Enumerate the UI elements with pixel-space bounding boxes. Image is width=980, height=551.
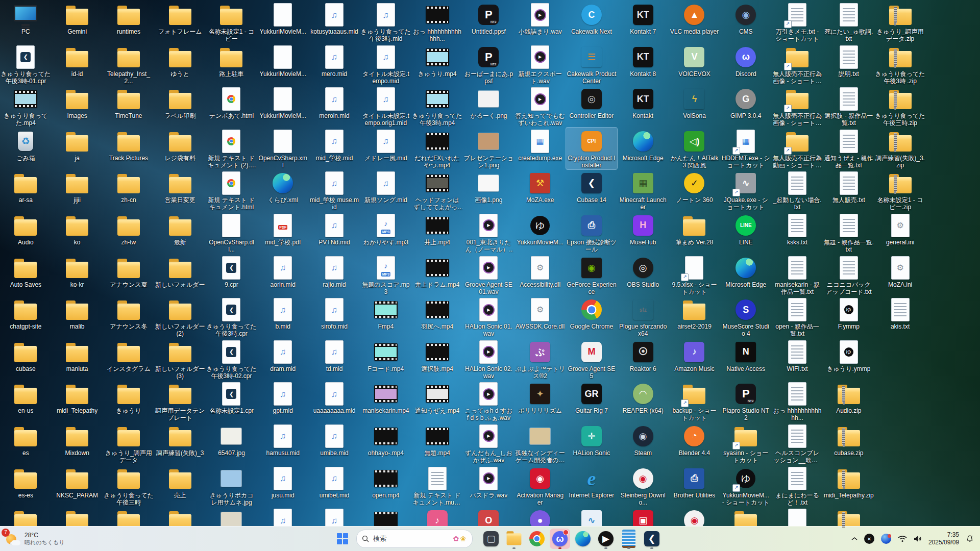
desktop-icon[interactable]: ❮名称未設定1.cpr — [206, 380, 257, 422]
desktop-icon[interactable]: midi_Telepathy — [52, 380, 103, 422]
tray-x-app-icon[interactable]: ✕ — [864, 534, 874, 544]
desktop-icon[interactable]: 新規 テキスト ドキュメント.musicxml — [411, 465, 463, 507]
desktop-icon[interactable]: Microsoft Edge — [720, 254, 772, 296]
desktop-icon[interactable]: PNT2Piapro Studio NT2 — [720, 380, 772, 422]
desktop-icon[interactable]: ラベル印刷 — [154, 85, 206, 128]
desktop-icon[interactable]: Audio — [0, 212, 52, 254]
taskbar-app-notes-app[interactable] — [619, 529, 639, 549]
desktop-icon[interactable]: きゅうり食ってた午後3時 .zip — [874, 43, 926, 86]
desktop-icon[interactable]: manisekarin.mp4 — [360, 380, 411, 422]
desktop-icon[interactable]: ↗無人販売不正行為動画 - ショートカット — [772, 128, 823, 170]
desktop-icon[interactable]: きゅうり_調声用データ — [103, 422, 155, 465]
desktop-icon[interactable] — [103, 507, 155, 528]
desktop-icon[interactable]: 調声練習(失敗)_3 — [154, 422, 206, 465]
desktop-icon[interactable]: ⎙Epson 接続診断ツール — [566, 212, 618, 254]
desktop-icon[interactable]: 選択肢 - 親作品一覧.txt — [823, 85, 874, 128]
desktop-icon[interactable]: NNative Access — [720, 338, 772, 381]
desktop-icon[interactable]: ✓ノートン 360 — [669, 169, 720, 212]
desktop-icon[interactable]: ◠REAPER (x64) — [617, 380, 669, 422]
desktop-icon[interactable]: 新規 テキスト ドキュメント.html — [206, 169, 257, 212]
desktop-icon[interactable]: ▶答え知ってでもむずいわこれ.wav — [514, 85, 566, 128]
desktop-icon[interactable]: ∿↗JQuake.exe - ショートカット — [720, 169, 772, 212]
desktop-icon[interactable]: ゆうと — [154, 43, 206, 86]
taskbar-app-discord[interactable]: ω — [550, 529, 570, 549]
desktop-icon[interactable]: ▶HALion Sonic 02.wav — [463, 338, 514, 381]
desktop-icon[interactable]: ゆYukkuriMovieM... — [514, 212, 566, 254]
desktop-icon[interactable]: ◉ — [669, 507, 720, 528]
desktop-icon[interactable]: ♫きゅうり食ってた午後3時.mid — [360, 1, 411, 43]
desktop-icon[interactable]: ◉CMS — [720, 1, 772, 43]
desktop-icon[interactable]: ヘッドフォンはずしててよがっt.mp4 — [411, 169, 463, 212]
desktop-icon[interactable]: CPICrypton Product Installer — [566, 128, 618, 170]
desktop-icon[interactable]: ❮きゅうり食ってた午後3時-02.cpr — [206, 338, 257, 381]
desktop-icon[interactable]: 説明.txt — [823, 43, 874, 86]
desktop-icon[interactable]: YukkuriMovieM... — [257, 1, 309, 43]
desktop-icon[interactable]: ❮きゅうり食ってた午後3時-01.cpr — [0, 43, 52, 86]
desktop-icon[interactable]: かるーく.png — [463, 85, 514, 128]
desktop-icon[interactable]: ar-sa — [0, 169, 52, 212]
desktop-icon[interactable]: 選択肢.mp4 — [411, 338, 463, 381]
desktop-icon[interactable]: 筆まめ Ver.28 — [669, 212, 720, 254]
desktop-icon[interactable]: 65407.jpg — [206, 422, 257, 465]
desktop-icon[interactable]: ▦createdump.exe — [514, 128, 566, 170]
desktop-icon[interactable]: ♫jusu.mid — [257, 465, 309, 507]
desktop-icon[interactable]: ⚒MoZA.exe — [514, 169, 566, 212]
desktop-icon[interactable]: YukkuriMovieM... — [257, 43, 309, 86]
desktop-icon[interactable]: ♫PVTNd.mid — [309, 212, 360, 254]
desktop-icon[interactable]: ⚙MoZA.ini — [874, 254, 926, 296]
desktop-icon[interactable]: ◔Blender 4.4 — [669, 422, 720, 465]
desktop-icon[interactable]: Auto Saves — [0, 254, 52, 296]
desktop-icon[interactable]: ♫umibet.mid — [309, 465, 360, 507]
desktop-icon[interactable]: KTKontakt — [617, 85, 669, 128]
desktop-icon[interactable]: 画像1.png — [463, 169, 514, 212]
desktop-icon[interactable]: VVOICEVOX — [669, 43, 720, 86]
desktop-icon[interactable]: O — [463, 507, 514, 528]
desktop-icon[interactable]: 新しいフォルダー (2) — [154, 296, 206, 338]
desktop-icon[interactable]: ∿ — [566, 507, 618, 528]
desktop-icon[interactable]: Telepathy_Inst_2... — [103, 43, 155, 86]
desktop-icon[interactable]: ♻ごみ箱 — [0, 128, 52, 170]
wifi-icon[interactable] — [898, 535, 907, 542]
desktop-icon[interactable]: ϟVoiSona — [669, 85, 720, 128]
desktop-icon[interactable]: 売上 — [154, 465, 206, 507]
desktop-icon[interactable]: Images — [52, 85, 103, 128]
desktop-icon[interactable]: ◉GeForce Experience — [566, 254, 618, 296]
weather-widget[interactable]: 7 28°C 晴れのちくもり — [5, 531, 65, 546]
desktop-icon[interactable]: きゅうり食ってた午後三時.zip — [874, 85, 926, 128]
desktop-icon[interactable]: ❮きゅうり食ってた午後3時.cpr — [206, 296, 257, 338]
desktop-icon[interactable]: 新規 テキスト ドキュメント (2).html — [206, 128, 257, 170]
desktop-icon[interactable]: ↗無人販売不正行為画像 - ショートカット — [772, 85, 823, 128]
desktop-icon[interactable]: Microsoft Edge — [617, 128, 669, 170]
desktop-icon[interactable]: cubase — [0, 338, 52, 381]
desktop-icon[interactable]: ko — [52, 212, 103, 254]
desktop-icon[interactable]: まにまにわーるど！.txt — [772, 465, 823, 507]
desktop-icon[interactable]: ↗無人販売不正行為画像 - ショートカッ... — [772, 43, 823, 86]
desktop-icon[interactable]: KTKontakt 7 — [617, 1, 669, 43]
desktop-icon[interactable]: 井上.mp4 — [411, 212, 463, 254]
desktop-icon[interactable]: ⚙Accessibility.dll — [514, 254, 566, 296]
desktop-icon[interactable]: ↗9.5.xlsx - ショートカット — [669, 254, 720, 296]
desktop-icon[interactable]: ☰Cakewalk Product Center — [566, 43, 618, 86]
desktop-icon[interactable]: es-es — [0, 465, 52, 507]
desktop-icon[interactable]: CCakewalk Next — [566, 1, 618, 43]
desktop-icon[interactable]: アナウンス冬 — [103, 296, 155, 338]
desktop-icon[interactable]: 死にたい_ゅ歌詞.txt — [823, 1, 874, 43]
desktop-icon[interactable]: ↗backup - ショートカット — [669, 380, 720, 422]
desktop-icon[interactable]: open.mp4 — [360, 465, 411, 507]
desktop-icon[interactable]: _起動しない場合.txt — [772, 169, 823, 212]
desktop-icon[interactable]: きゅうり.mp4 — [411, 43, 463, 86]
desktop-icon[interactable]: chatgpt-site — [0, 296, 52, 338]
desktop-icon[interactable]: ♫mid_学校 muse.mid — [309, 169, 360, 212]
desktop-icon[interactable]: ▶001_東北きりたん（ノーマル）_今じゃ... — [463, 212, 514, 254]
desktop-icon[interactable]: sfzPlogue sforzando x64 — [617, 296, 669, 338]
desktop-icon[interactable]: ↗万引きメモ.txt - ショートカット — [772, 1, 823, 43]
desktop-icon[interactable]: ◁)かんたん！AITalk 3 関西風 — [669, 128, 720, 170]
desktop-icon[interactable]: 通知うぜえ.mp4 — [411, 380, 463, 422]
desktop-icon[interactable]: Fmp4 — [360, 296, 411, 338]
desktop-icon[interactable]: ♫aorin.mid — [257, 254, 309, 296]
desktop-icon[interactable]: Audio.zip — [823, 380, 874, 422]
desktop-icon[interactable] — [823, 507, 874, 528]
desktop-icon[interactable] — [154, 507, 206, 528]
desktop-icon[interactable]: ゆ↗YukkuriMovieM... - ショートカット — [720, 465, 772, 507]
desktop-icon[interactable]: ohhayo-.mp4 — [360, 422, 411, 465]
